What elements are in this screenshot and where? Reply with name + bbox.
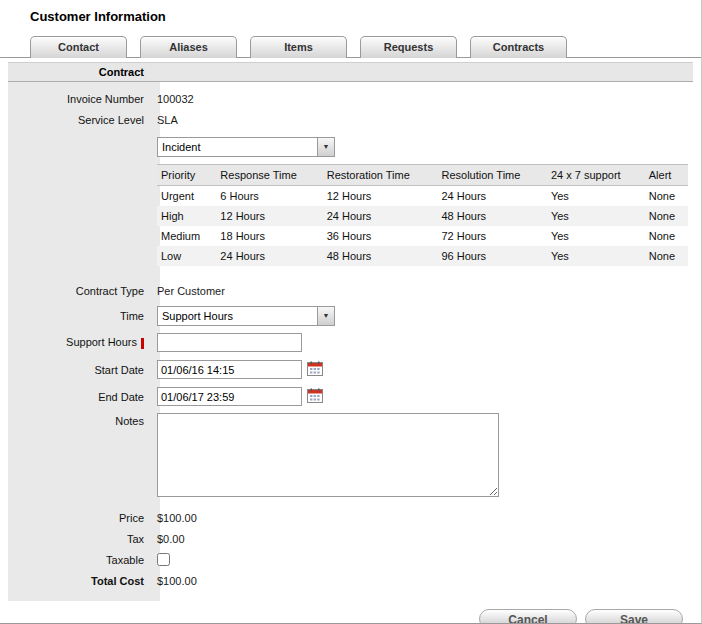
tab-requests[interactable]: Requests [360,36,457,58]
service-level-value: SLA [152,114,178,126]
sla-table-cell: 72 Hours [437,226,546,246]
sla-table-cell: Yes [547,186,645,207]
sla-table-row-item: Low24 Hours48 Hours96 HoursYesNone [157,246,688,266]
time-select[interactable]: Support Hours ▼ [157,306,335,326]
tab-aliases[interactable]: Aliases [140,36,237,58]
tab-items[interactable]: Items [250,36,347,58]
total-cost-row: Total Cost $100.00 [8,570,693,591]
sla-header-row: PriorityResponse TimeRestoration TimeRes… [157,165,688,186]
notes-textarea[interactable] [157,413,499,497]
customer-information-page: Customer Information Contact Aliases Ite… [0,0,702,624]
page-title: Customer Information [30,9,701,24]
sla-table-cell: 24 Hours [437,186,546,207]
end-date-label: End Date [8,391,152,403]
invoice-number-label: Invoice Number [8,93,152,105]
sla-table-row: PriorityResponse TimeRestoration TimeRes… [8,157,693,270]
sla-table-cell: 24 Hours [323,206,438,226]
sla-table-row-item: High12 Hours24 Hours48 HoursYesNone [157,206,688,226]
tax-value: $0.00 [152,533,185,545]
notes-row: Notes [8,413,693,497]
service-level-row: Service Level SLA [8,109,693,130]
taxable-label: Taxable [8,554,152,566]
sla-table-cell: Yes [547,206,645,226]
sla-table-cell: None [645,226,688,246]
sla-table-cell: Medium [157,226,216,246]
section-header: Contract [8,62,693,82]
sla-table-cell: None [645,186,688,207]
sla-table: PriorityResponse TimeRestoration TimeRes… [157,164,688,266]
sla-table-row-item: Urgent6 Hours12 Hours24 HoursYesNone [157,186,688,207]
end-date-row: End Date [8,386,693,407]
section-title: Contract [8,66,152,78]
process-select[interactable]: Incident ▼ [157,137,335,157]
tab-contracts[interactable]: Contracts [470,36,567,58]
sla-table-cell: None [645,246,688,266]
required-indicator [141,338,144,349]
process-row: Incident ▼ [8,136,693,157]
start-date-input[interactable] [157,360,302,379]
support-hours-row: Support Hours [8,332,693,353]
taxable-checkbox[interactable] [157,553,170,566]
sla-table-cell: 24 Hours [216,246,322,266]
sla-table-cell: 96 Hours [437,246,546,266]
sla-table-cell: High [157,206,216,226]
save-button[interactable]: Save [585,609,683,624]
chevron-down-icon: ▼ [317,138,334,156]
chevron-down-icon: ▼ [317,307,334,325]
sla-table-cell: None [645,206,688,226]
tab-bar: Contact Aliases Items Requests Contracts [0,36,701,58]
taxable-row: Taxable [8,549,693,570]
calendar-icon[interactable] [307,361,323,378]
start-date-row: Start Date [8,359,693,380]
contract-type-value: Per Customer [152,285,225,297]
contract-form: Contract Invoice Number 100032 Service L… [8,62,693,601]
sla-table-cell: Urgent [157,186,216,207]
sla-table-cell: 12 Hours [323,186,438,207]
sla-table-cell: 48 Hours [323,246,438,266]
time-select-value: Support Hours [158,310,317,322]
notes-label: Notes [8,413,152,427]
sla-table-cell: 12 Hours [216,206,322,226]
price-label: Price [8,512,152,524]
total-cost-label: Total Cost [8,575,152,587]
sla-column-header: Priority [157,165,216,186]
service-level-label: Service Level [8,114,152,126]
sla-table-row-item: Medium18 Hours36 Hours72 HoursYesNone [157,226,688,246]
sla-table-cell: 48 Hours [437,206,546,226]
contract-type-row: Contract Type Per Customer [8,280,693,301]
start-date-label: Start Date [8,364,152,376]
sla-table-cell: Yes [547,226,645,246]
process-select-value: Incident [158,141,317,153]
footer-actions: Cancel Save [0,601,701,624]
sla-table-cell: Yes [547,246,645,266]
tax-label: Tax [8,533,152,545]
price-row: Price $100.00 [8,507,693,528]
end-date-input[interactable] [157,387,302,406]
tax-row: Tax $0.00 [8,528,693,549]
sla-column-header: Alert [645,165,688,186]
invoice-number-value: 100032 [152,93,194,105]
sla-column-header: Restoration Time [323,165,438,186]
invoice-number-row: Invoice Number 100032 [8,88,693,109]
time-label: Time [8,310,152,322]
price-value: $100.00 [152,512,197,524]
cancel-button[interactable]: Cancel [479,609,577,624]
titlebar: Customer Information [0,0,701,28]
time-row: Time Support Hours ▼ [8,305,693,326]
support-hours-label: Support Hours [8,336,152,349]
calendar-icon[interactable] [307,388,323,405]
contract-type-label: Contract Type [8,285,152,297]
sla-table-cell: 6 Hours [216,186,322,207]
support-hours-input[interactable] [157,333,302,352]
sla-table-cell: Low [157,246,216,266]
total-cost-value: $100.00 [152,575,197,587]
sla-column-header: 24 x 7 support [547,165,645,186]
sla-table-cell: 36 Hours [323,226,438,246]
sla-column-header: Resolution Time [437,165,546,186]
tab-contact[interactable]: Contact [30,36,127,58]
sla-table-cell: 18 Hours [216,226,322,246]
sla-column-header: Response Time [216,165,322,186]
